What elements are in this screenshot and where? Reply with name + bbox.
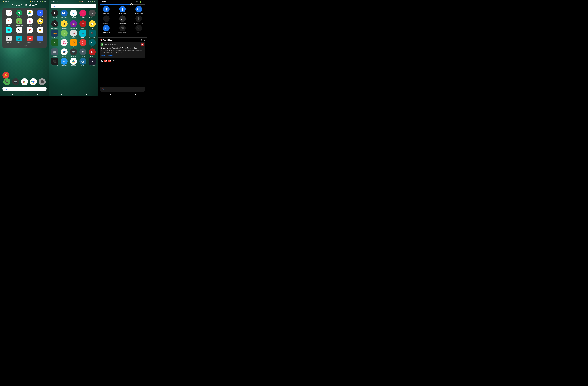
app-android-tv[interactable]: 📺 Android TV <box>79 30 87 38</box>
qs-tile-bluetooth[interactable]: Bluetooth ▼ <box>116 6 129 14</box>
qs-tile-auto-rotate[interactable]: Auto-rotate <box>100 25 113 33</box>
play-store-dock-icon[interactable] <box>21 78 28 85</box>
home-search-bar[interactable] <box>2 87 47 91</box>
qs-tile-alarms-only[interactable]: Alarms only ▼ <box>132 6 145 14</box>
notif-expand[interactable]: ^ <box>128 44 129 45</box>
tray-gmail1-icon[interactable] <box>104 60 107 63</box>
tray-cast-icon[interactable]: 📡 <box>100 60 103 63</box>
notif-edit-button[interactable]: ✏ <box>138 39 140 41</box>
drawer-back-button[interactable]: ◄ <box>60 93 62 95</box>
folder-app-android-auto[interactable]: 🚗 Android Au... <box>15 18 24 26</box>
app-card-thief[interactable]: Card Thief Card Thief <box>50 58 59 66</box>
tray-image-icon[interactable]: 🖼 <box>112 60 115 63</box>
app-chrome[interactable]: Chrome <box>69 58 78 66</box>
notif-share-button[interactable]: SHARE <box>108 55 114 57</box>
brightness-slider[interactable] <box>100 4 145 4</box>
phone-dock-icon[interactable]: 📞 <box>3 78 10 85</box>
qs-tile-flashlight[interactable]: Flashlight <box>100 15 113 24</box>
drawer-recents-button[interactable]: ■ <box>86 93 87 95</box>
folder-app-maps[interactable]: 📍 Maps <box>4 18 14 26</box>
folder-app-android-pay[interactable]: 💳 Android Pay <box>36 27 45 34</box>
app-chamberla[interactable]: Q Chamberla... <box>60 58 68 66</box>
recents-button[interactable]: ■ <box>37 93 38 95</box>
google-label: Google <box>17 33 21 34</box>
qs-tile-battery-saver[interactable]: Battery Saver <box>116 25 129 33</box>
app-action-launcher[interactable]: A Action Lau... <box>50 10 59 18</box>
qs-tile-airplane[interactable]: Airplane mode <box>132 15 145 24</box>
app-canary[interactable]: C Canary <box>79 48 87 57</box>
app-lte-discovery[interactable]: LTE Discov... <box>60 10 68 18</box>
notif-settings-button[interactable]: ⚙ <box>141 39 143 41</box>
carrier-label: T-Mobile <box>100 1 106 3</box>
app-tmobile[interactable]: T T-Mobile <box>79 10 87 18</box>
app-command[interactable]: ⌘ Command... <box>88 58 97 66</box>
calendar-drawer-label: Calendar <box>62 56 67 57</box>
app-adaptive-pack[interactable]: 🤖 AdaptiveP... <box>69 20 78 29</box>
qs-header: T-Mobile 68% 🔋 9:10 <box>98 0 147 3</box>
allo-icon: 💬 <box>89 20 96 27</box>
app-drawer-icon[interactable]: ⚫ <box>39 78 46 85</box>
home-button[interactable]: ● <box>24 93 26 95</box>
app-calculator[interactable]: Calculator <box>50 48 59 57</box>
drawer-search-bar[interactable] <box>51 4 96 8</box>
home-screen-panel: ☰ 🔔 M M 🖼 ⚡ ⏰ ▲ ▲▲ 82% 🔋 10:12 Tuesday, … <box>0 0 49 96</box>
notif-copy-button[interactable]: COPY <box>101 55 106 57</box>
app-android-auto[interactable]: △ Android A... <box>60 30 68 38</box>
folder-app-hangouts[interactable]: 💬 Hangouts <box>15 10 24 17</box>
amazon-kindle-icon: kindle <box>51 30 58 37</box>
auto-rotate-tile-label: Auto-rotate <box>103 32 109 33</box>
app-amazon-kindle[interactable]: kindle Amazon Ki... <box>50 30 59 38</box>
folder-app-messages[interactable]: ✉ Messages <box>36 10 45 17</box>
app-capital-one[interactable]: ▶ Capital One <box>88 48 97 57</box>
app-arlo[interactable]: Arlo <box>50 39 59 47</box>
folder-app-google-plus[interactable]: g+ Google+ <box>25 36 35 43</box>
drawer-home-button[interactable]: ● <box>73 93 75 95</box>
folder-app-android-tv[interactable]: 📺 Android TV <box>15 36 24 43</box>
qs-recents-button[interactable]: ■ <box>135 93 136 95</box>
app-clock[interactable]: Clock <box>79 58 87 66</box>
app-allo[interactable]: 💬 Allo <box>88 20 97 29</box>
gmail-sb1: M <box>54 1 55 2</box>
app-adapticons[interactable]: a Adapticons <box>60 20 68 29</box>
back-button[interactable]: ◄ <box>11 93 13 95</box>
tray-gmail2-icon[interactable] <box>108 60 111 63</box>
app-android-pay[interactable]: 🤖 Android P... <box>69 30 78 38</box>
folder-app-remote[interactable]: 🖥 Remote De... <box>4 36 14 43</box>
app-libratone[interactable]: 🐦 Libratone <box>69 10 78 18</box>
app-camera[interactable]: 📷 Camera <box>69 48 78 57</box>
camera-dock-icon[interactable]: 📷 <box>12 78 19 85</box>
dot-1 <box>121 36 122 36</box>
alarms-only-tile-icon <box>135 6 142 12</box>
chrome-dock-icon[interactable] <box>30 78 37 85</box>
qs-home-button[interactable]: ● <box>122 93 124 95</box>
folder-app-google[interactable]: G Google <box>15 27 24 34</box>
folder-app-voice[interactable]: 🎙 Voice <box>36 36 45 43</box>
qs-back-button[interactable]: ◄ <box>109 93 111 95</box>
google-folder[interactable]: Gmail 💬 Hangouts Drive ✉ Messages 📍 Maps <box>2 8 47 48</box>
brightness-thumb[interactable] <box>130 3 133 5</box>
svg-rect-5 <box>63 12 63 14</box>
qs-tile-wifi[interactable]: Celerity ▼ <box>100 6 113 14</box>
app-audible[interactable]: 🎧 Audible <box>69 39 78 47</box>
notif-collapse-button[interactable]: ∧ <box>144 39 145 41</box>
app-backdrops[interactable]: 🖼 Backdrops <box>88 39 97 47</box>
folder-app-photos[interactable]: 🌸 Photos <box>25 18 35 26</box>
folder-app-allo[interactable]: 💬 Allo <box>36 18 45 26</box>
app-iron-marines[interactable]: ⚔ Iron Marin... <box>88 10 97 18</box>
folder-app-drive[interactable]: Drive <box>25 10 35 17</box>
folder-app-duo[interactable]: 📹 Duo <box>4 27 14 34</box>
app-asana[interactable]: Asana <box>60 39 68 47</box>
notification-card[interactable]: P Pushbullet • 6m ^ AA Google Maps - Nav… <box>100 42 145 58</box>
app-authy[interactable]: Authy <box>79 39 87 47</box>
qs-tile-cast[interactable]: Cast <box>132 25 145 33</box>
audible-icon: 🎧 <box>70 39 77 46</box>
app-android-wear[interactable]: ⬛ Android W... <box>88 30 97 38</box>
app-calendar[interactable]: 16 Calendar <box>60 48 68 57</box>
app-aida64[interactable]: 64 AIDA64 <box>79 20 87 29</box>
battery-percent: 82% <box>39 1 41 2</box>
folder-app-gmail[interactable]: Gmail <box>4 10 14 17</box>
qs-tile-mobile-data[interactable]: LTE Mobile data <box>116 15 129 24</box>
app-action-launcher2[interactable]: A Action Lau... <box>50 20 59 29</box>
folder-app-calendar[interactable]: 📅 Calendar <box>25 27 35 34</box>
qs-bottom-search[interactable] <box>100 87 145 92</box>
